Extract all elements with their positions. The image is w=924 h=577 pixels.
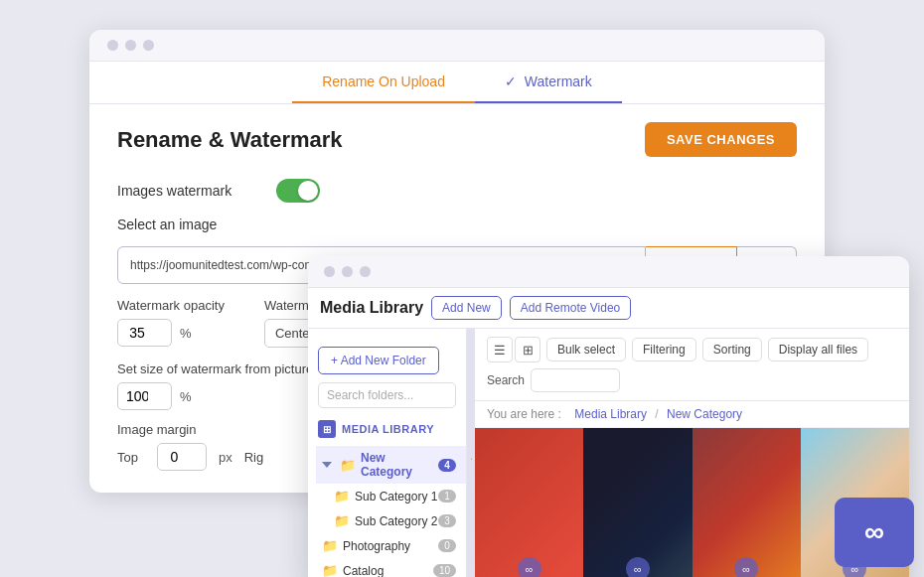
folder-icon-catalog: 📁 (322, 563, 338, 577)
images-watermark-label: Images watermark (117, 183, 276, 199)
image-overlay-2: ∞ (626, 557, 650, 577)
breadcrumb-parent[interactable]: Media Library (574, 407, 647, 421)
media-modal-header (308, 256, 909, 288)
breadcrumb-sep: / (655, 407, 658, 421)
folder-label-photography: Photography (343, 539, 410, 553)
media-dot-2 (342, 266, 353, 277)
select-image-label: Select an image (117, 216, 276, 232)
media-lib-label-text: MEDIA LIBRARY (342, 423, 434, 435)
add-folder-button[interactable]: + Add New Folder (318, 347, 439, 374)
media-lib-label: ⊞ MEDIA LIBRARY (308, 416, 466, 446)
folder-name-sub2: 📁 Sub Category 2 (334, 513, 437, 528)
folder-item-sub2[interactable]: 📁 Sub Category 2 3 (316, 508, 466, 533)
folder-label-sub2: Sub Category 2 (355, 514, 437, 528)
logo-badge: ∞ (835, 498, 914, 567)
tab-rename-label: Rename On Upload (322, 73, 445, 89)
folder-name-photography: 📁 Photography (322, 538, 410, 553)
images-watermark-row: Images watermark (117, 179, 797, 203)
folder-name-new-category: 📁 New Category (322, 451, 438, 479)
folder-badge-sub1: 1 (438, 490, 456, 503)
search-box (308, 382, 466, 416)
folder-label-catalog: Catalog (343, 564, 384, 578)
media-title: Media Library (320, 299, 423, 317)
image-overlay-1: ∞ (518, 557, 541, 577)
bulk-select-button[interactable]: Bulk select (546, 338, 626, 361)
view-icons: ☰ ⊞ (487, 337, 540, 362)
media-sidebar: + Add New Folder ⊞ MEDIA LIBRARY 📁 New C… (308, 329, 467, 577)
folder-label-sub1: Sub Category 1 (355, 490, 437, 504)
display-all-files-button[interactable]: Display all files (768, 338, 868, 361)
opacity-unit: % (180, 326, 192, 341)
media-library-modal: Media Library Add New Add Remote Video +… (308, 256, 909, 577)
drag-handle[interactable]: ··· (467, 329, 475, 577)
panel-title: Rename & Watermark (117, 127, 343, 153)
add-remote-video-button[interactable]: Add Remote Video (510, 296, 632, 320)
dot-3 (143, 40, 154, 51)
margin-top-label: Top (117, 450, 145, 465)
media-image-2[interactable]: ∞ (583, 428, 692, 577)
breadcrumb: You are here : Media Library / New Categ… (475, 401, 909, 428)
folder-item-new-category[interactable]: 📁 New Category 4 (316, 446, 466, 484)
media-image-1[interactable]: ∞ (475, 428, 583, 577)
folder-search-input[interactable] (318, 382, 456, 408)
folder-badge-catalog: 10 (433, 564, 456, 577)
folder-name-sub1: 📁 Sub Category 1 (334, 489, 437, 504)
image-overlay-3: ∞ (734, 557, 758, 577)
tab-watermark[interactable]: ✓ Watermark (475, 62, 622, 103)
breadcrumb-current: New Category (667, 407, 742, 421)
margin-top-input[interactable] (157, 443, 207, 471)
list-view-button[interactable]: ☰ (487, 337, 513, 362)
add-new-button[interactable]: Add New (431, 296, 502, 320)
opacity-left-label: Watermark opacity (117, 298, 225, 313)
opacity-left-group: Watermark opacity % (117, 298, 225, 348)
folder-icon-new-category: 📁 (340, 458, 356, 473)
folder-icon-photography: 📁 (322, 538, 338, 553)
select-image-row: Select an image (117, 216, 797, 232)
grid-view-button[interactable]: ⊞ (515, 337, 540, 362)
folder-item-catalog[interactable]: 📁 Catalog 10 (316, 558, 466, 577)
dot-2 (125, 40, 136, 51)
title-row: Rename & Watermark SAVE CHANGES (117, 122, 797, 157)
media-content: + Add New Folder ⊞ MEDIA LIBRARY 📁 New C… (308, 329, 909, 577)
media-dot-3 (360, 266, 371, 277)
images-watermark-toggle[interactable] (276, 179, 320, 203)
margin-top-unit: px (219, 450, 232, 465)
media-dot-1 (324, 266, 335, 277)
folder-item-sub1[interactable]: 📁 Sub Category 1 1 (316, 484, 466, 508)
breadcrumb-prefix: You are here : (487, 407, 561, 421)
margin-right-label: Rig (244, 450, 272, 465)
media-image-3[interactable]: ∞ (693, 428, 801, 577)
folder-badge-new-category: 4 (438, 459, 456, 472)
folder-tree: 📁 New Category 4 📁 Sub Category 1 1 (308, 446, 466, 577)
opacity-input[interactable] (117, 319, 172, 347)
folder-badge-sub2: 3 (438, 514, 456, 527)
media-lib-icon: ⊞ (318, 420, 336, 438)
logo-symbol: ∞ (864, 516, 884, 548)
check-icon: ✓ (505, 73, 517, 89)
sorting-button[interactable]: Sorting (702, 338, 762, 361)
filtering-button[interactable]: Filtering (632, 338, 696, 361)
folder-icon-sub2: 📁 (334, 513, 350, 528)
media-header-bar: Media Library Add New Add Remote Video (308, 288, 909, 329)
size-input[interactable] (117, 382, 172, 410)
tab-watermark-label: Watermark (525, 73, 592, 89)
folder-label-new-category: New Category (361, 451, 438, 479)
dot-1 (107, 40, 118, 51)
folder-badge-photography: 0 (438, 539, 456, 552)
folder-name-catalog: 📁 Catalog (322, 563, 384, 577)
media-search-input[interactable] (531, 368, 620, 392)
media-toolbar: ☰ ⊞ Bulk select Filtering Sorting Displa… (475, 329, 909, 401)
folder-icon-sub1: 📁 (334, 489, 350, 504)
panel-tabs: Rename On Upload ✓ Watermark (89, 62, 825, 104)
panel-header (89, 30, 825, 62)
folder-item-photography[interactable]: 📁 Photography 0 (316, 533, 466, 558)
tab-rename-on-upload[interactable]: Rename On Upload (292, 62, 475, 103)
size-unit: % (180, 389, 192, 404)
search-label: Search (487, 373, 525, 387)
save-changes-button[interactable]: SAVE CHANGES (645, 122, 797, 157)
